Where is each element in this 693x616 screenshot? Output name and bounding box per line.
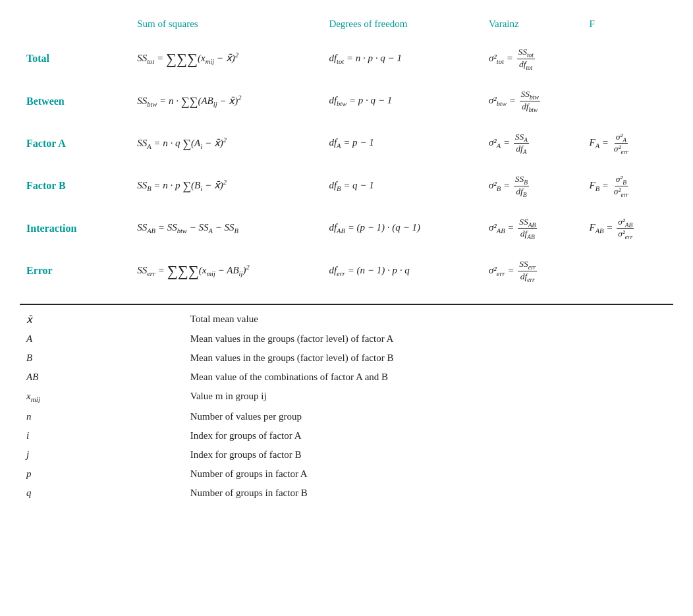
legend-item-i: i Index for groups of factor A — [20, 426, 673, 445]
legend-item-j: j Index for groups of factor B — [20, 445, 673, 464]
cell-f-total — [583, 38, 673, 80]
legend-symbol-p: p — [20, 464, 184, 484]
cell-f-between — [583, 80, 673, 122]
row-error: Error SSerr = ∑∑∑(xmij − ABij)2 dferr = … — [20, 250, 673, 292]
col-var-header: Varainz — [482, 13, 583, 38]
legend-symbol-n: n — [20, 407, 184, 426]
legend-table: x̄ Total mean value A Mean values in the… — [20, 304, 673, 503]
legend-item-xmij: xmij Value m in group ij — [20, 387, 673, 407]
legend-desc-p: Number of groups in factor A — [184, 464, 673, 484]
legend-desc-n: Number of values per group — [184, 407, 673, 426]
legend-item-q: q Number of groups in factor B — [20, 484, 673, 503]
main-anova-table: Sum of squares Degrees of freedom Varain… — [20, 13, 673, 292]
cell-f-interaction: FAB = σ²AB σ²err — [583, 208, 673, 250]
row-interaction: Interaction SSAB = SSbtw − SSA − SSB dfA… — [20, 208, 673, 250]
legend-separator-row — [20, 304, 673, 310]
cell-f-factor-a: FA = σ²A σ²err — [583, 123, 673, 165]
legend-symbol-xmij: xmij — [20, 387, 184, 407]
cell-df-factor-a: dfA = p − 1 — [322, 123, 482, 165]
legend-symbol-q: q — [20, 484, 184, 503]
legend-desc-AB: Mean value of the combinations of factor… — [184, 368, 673, 387]
legend-desc-i: Index for groups of factor A — [184, 426, 673, 445]
cell-var-factor-a: σ²A = SSA dfA — [482, 123, 583, 165]
cell-df-error: dferr = (n − 1) · p · q — [322, 250, 482, 292]
row-label-factor-a: Factor A — [20, 123, 130, 165]
row-between: Between SSbtw = n · ∑∑(ABij − x̄)2 dfbtw… — [20, 80, 673, 122]
legend-symbol-j: j — [20, 445, 184, 464]
cell-ss-between: SSbtw = n · ∑∑(ABij − x̄)2 — [130, 80, 322, 122]
cell-var-interaction: σ²AB = SSAB dfAB — [482, 208, 583, 250]
legend-symbol-i: i — [20, 426, 184, 445]
legend-item-A: A Mean values in the groups (factor leve… — [20, 329, 673, 349]
cell-df-between: dfbtw = p · q − 1 — [322, 80, 482, 122]
cell-var-error: σ²err = SSerr dferr — [482, 250, 583, 292]
legend-item-p: p Number of groups in factor A — [20, 464, 673, 484]
row-label-interaction: Interaction — [20, 208, 130, 250]
cell-ss-error: SSerr = ∑∑∑(xmij − ABij)2 — [130, 250, 322, 292]
legend-item-AB: AB Mean value of the combinations of fac… — [20, 368, 673, 387]
legend-desc-xmij: Value m in group ij — [184, 387, 673, 407]
cell-ss-interaction: SSAB = SSbtw − SSA − SSB — [130, 208, 322, 250]
cell-ss-factor-a: SSA = n · q ∑(Ai − x̄)2 — [130, 123, 322, 165]
col-df-header: Degrees of freedom — [322, 13, 482, 38]
legend-item-n: n Number of values per group — [20, 407, 673, 426]
col-f-header: F — [583, 13, 673, 38]
legend-desc-j: Index for groups of factor B — [184, 445, 673, 464]
col-label-header — [20, 13, 130, 38]
row-label-error: Error — [20, 250, 130, 292]
cell-df-interaction: dfAB = (p − 1) · (q − 1) — [322, 208, 482, 250]
legend-desc-q: Number of groups in factor B — [184, 484, 673, 503]
cell-df-factor-b: dfB = q − 1 — [322, 165, 482, 207]
cell-f-factor-b: FB = σ²B σ²err — [583, 165, 673, 207]
row-label-total: Total — [20, 38, 130, 80]
cell-var-factor-b: σ²B = SSB dfB — [482, 165, 583, 207]
legend-symbol-AB: AB — [20, 368, 184, 387]
legend-symbol-B: B — [20, 349, 184, 368]
cell-df-total: dftot = n · p · q − 1 — [322, 38, 482, 80]
row-label-between: Between — [20, 80, 130, 122]
row-factor-a: Factor A SSA = n · q ∑(Ai − x̄)2 dfA = p… — [20, 123, 673, 165]
legend-desc-A: Mean values in the groups (factor level)… — [184, 329, 673, 349]
row-total: Total SStot = ∑∑∑(xmij − x̄)2 dftot = n … — [20, 38, 673, 80]
legend-item-xbar: x̄ Total mean value — [20, 310, 673, 329]
col-ss-header: Sum of squares — [130, 13, 322, 38]
cell-var-total: σ²tot = SStot dftot — [482, 38, 583, 80]
legend-desc-xbar: Total mean value — [184, 310, 673, 329]
row-factor-b: Factor B SSB = n · p ∑(Bi − x̄)2 dfB = q… — [20, 165, 673, 207]
legend-symbol-A: A — [20, 329, 184, 349]
cell-f-error — [583, 250, 673, 292]
cell-ss-factor-b: SSB = n · p ∑(Bi − x̄)2 — [130, 165, 322, 207]
cell-var-between: σ²btw = SSbtw dfbtw — [482, 80, 583, 122]
legend-desc-B: Mean values in the groups (factor level)… — [184, 349, 673, 368]
cell-ss-total: SStot = ∑∑∑(xmij − x̄)2 — [130, 38, 322, 80]
legend-symbol-xbar: x̄ — [20, 310, 184, 329]
row-label-factor-b: Factor B — [20, 165, 130, 207]
legend-item-B: B Mean values in the groups (factor leve… — [20, 349, 673, 368]
